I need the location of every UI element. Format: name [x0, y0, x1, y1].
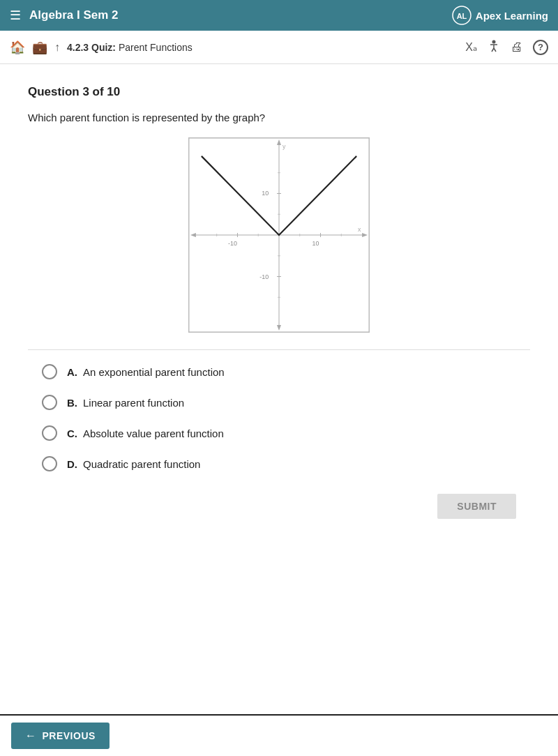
svg-point-2	[492, 40, 496, 43]
print-icon[interactable]: 🖨	[511, 40, 523, 54]
radio-c[interactable]	[42, 425, 57, 441]
question-number: Question 3 of 10	[28, 85, 530, 99]
x-axis-label: x	[358, 226, 361, 233]
coordinate-graph: x y 10 -10 10 -10	[188, 137, 370, 333]
submit-row: SUBMIT	[28, 487, 530, 526]
tick-label-x-negative: -10	[228, 240, 237, 247]
second-bar-left: 🏠 💼 ↑ 4.2.3 Quiz: Parent Functions	[10, 40, 193, 55]
briefcase-icon[interactable]: 💼	[32, 40, 47, 55]
apex-learning-logo: AL Apex Learning	[452, 6, 548, 25]
tick-label-y-positive: 10	[262, 190, 269, 197]
top-bar-left: ☰ Algebra I Sem 2	[10, 8, 119, 23]
option-d-letter: D.	[67, 458, 77, 470]
option-c-letter: C.	[67, 428, 77, 439]
radio-b[interactable]	[42, 395, 57, 410]
content-divider	[28, 349, 530, 350]
option-a[interactable]: A. An exponential parent function	[42, 364, 516, 379]
second-bar-right: Xₐ 🖨 ?	[465, 39, 548, 56]
option-b[interactable]: B. Linear parent function	[42, 395, 516, 410]
secondary-navigation-bar: 🏠 💼 ↑ 4.2.3 Quiz: Parent Functions Xₐ 🖨 …	[0, 31, 558, 64]
option-a-letter: A.	[67, 366, 77, 378]
accessibility-icon[interactable]	[487, 39, 501, 56]
option-c-text: Absolute value parent function	[83, 428, 224, 439]
tick-label-x-positive: 10	[312, 240, 319, 247]
radio-a[interactable]	[42, 364, 57, 379]
left-arrow-icon: ←	[25, 729, 37, 742]
translate-icon[interactable]: Xₐ	[465, 40, 477, 54]
home-icon[interactable]: 🏠	[10, 40, 25, 55]
option-b-letter: B.	[67, 397, 77, 409]
help-icon[interactable]: ?	[533, 40, 548, 55]
option-a-text: An exponential parent function	[83, 366, 225, 378]
question-text: Which parent function is represented by …	[28, 112, 530, 123]
svg-text:AL: AL	[456, 12, 467, 20]
breadcrumb: 4.2.3 Quiz: Parent Functions	[67, 42, 193, 53]
top-navigation-bar: ☰ Algebra I Sem 2 AL Apex Learning	[0, 0, 558, 31]
submit-button[interactable]: SUBMIT	[437, 494, 516, 519]
y-axis-label: y	[282, 143, 286, 150]
option-d-text: Quadratic parent function	[83, 458, 200, 470]
apex-logo-icon: AL	[452, 6, 472, 25]
previous-label: PREVIOUS	[43, 730, 96, 741]
option-c[interactable]: C. Absolute value parent function	[42, 425, 516, 441]
graph-container: x y 10 -10 10 -10	[28, 137, 530, 333]
option-b-text: Linear parent function	[83, 397, 184, 409]
radio-d[interactable]	[42, 456, 57, 471]
hamburger-icon[interactable]: ☰	[10, 8, 21, 23]
bottom-navigation-bar: ← PREVIOUS	[0, 714, 558, 756]
course-title: Algebra I Sem 2	[29, 8, 119, 22]
top-bar-right: AL Apex Learning	[452, 6, 548, 25]
tick-label-y-negative: -10	[259, 273, 269, 280]
main-content: Question 3 of 10 Which parent function i…	[0, 64, 558, 540]
up-navigate-icon[interactable]: ↑	[54, 41, 60, 54]
option-d[interactable]: D. Quadratic parent function	[42, 456, 516, 471]
answer-options: A. An exponential parent function B. Lin…	[28, 364, 530, 471]
apex-logo-text: Apex Learning	[476, 10, 548, 22]
previous-button[interactable]: ← PREVIOUS	[11, 723, 110, 749]
